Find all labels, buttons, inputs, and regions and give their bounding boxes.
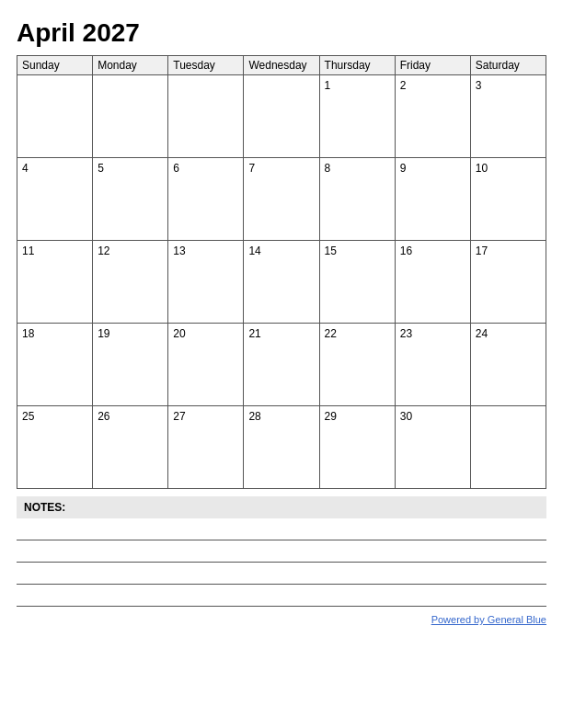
calendar-cell: 12 <box>93 241 168 324</box>
notes-section: NOTES: <box>17 496 546 607</box>
calendar-cell: 7 <box>244 158 319 241</box>
calendar-cell: 21 <box>244 324 319 406</box>
calendar-cell: 16 <box>395 241 470 324</box>
header-saturday: Saturday <box>470 56 546 75</box>
day-number: 2 <box>400 79 407 92</box>
day-number: 22 <box>325 327 337 340</box>
calendar-cell: 10 <box>470 158 546 241</box>
day-number: 11 <box>22 245 34 257</box>
notes-line-3 <box>17 564 546 585</box>
calendar-cell: 9 <box>395 158 470 241</box>
calendar-cell: 22 <box>319 324 395 406</box>
calendar-week-row: 11121314151617 <box>17 241 546 324</box>
header-thursday: Thursday <box>319 56 395 75</box>
notes-line-1 <box>17 520 546 540</box>
header-tuesday: Tuesday <box>168 56 244 75</box>
header-friday: Friday <box>395 56 470 75</box>
day-number: 13 <box>173 245 185 257</box>
powered-by-link[interactable]: Powered by General Blue <box>431 614 546 625</box>
header-monday: Monday <box>93 56 168 75</box>
day-number: 23 <box>400 327 412 340</box>
calendar-cell <box>17 75 93 158</box>
day-number: 20 <box>173 327 185 340</box>
day-number: 19 <box>98 327 109 340</box>
calendar-cell: 5 <box>93 158 168 241</box>
day-number: 16 <box>400 245 412 257</box>
calendar-week-row: 18192021222324 <box>17 324 546 406</box>
day-number: 14 <box>248 245 260 257</box>
calendar-cell <box>93 75 168 158</box>
calendar-cell: 26 <box>93 406 168 489</box>
day-number: 9 <box>400 162 407 175</box>
day-number: 17 <box>476 245 488 257</box>
calendar-cell: 23 <box>395 324 470 406</box>
day-number: 4 <box>22 162 29 175</box>
notes-line-2 <box>17 542 546 563</box>
day-number: 6 <box>173 162 179 175</box>
calendar-cell <box>470 406 546 489</box>
powered-by: Powered by General Blue <box>17 614 546 625</box>
calendar-cell: 15 <box>319 241 395 324</box>
calendar-cell: 25 <box>17 406 93 489</box>
calendar-cell: 13 <box>168 241 244 324</box>
calendar-week-row: 252627282930 <box>17 406 546 489</box>
calendar-cell: 19 <box>93 324 168 406</box>
calendar-cell: 30 <box>395 406 470 489</box>
day-number: 24 <box>476 327 488 340</box>
day-number: 7 <box>248 162 255 175</box>
calendar-cell: 29 <box>319 406 395 489</box>
day-number: 25 <box>22 410 34 423</box>
calendar-cell: 8 <box>319 158 395 241</box>
calendar-cell: 27 <box>168 406 244 489</box>
calendar-header-row: Sunday Monday Tuesday Wednesday Thursday… <box>17 56 546 75</box>
calendar-cell: 14 <box>244 241 319 324</box>
calendar-cell: 18 <box>17 324 93 406</box>
day-number: 29 <box>325 410 337 423</box>
calendar-cell: 4 <box>17 158 93 241</box>
day-number: 10 <box>476 162 488 175</box>
calendar-cell: 2 <box>395 75 470 158</box>
calendar-cell <box>244 75 319 158</box>
calendar-table: Sunday Monday Tuesday Wednesday Thursday… <box>17 55 546 489</box>
calendar-cell: 28 <box>244 406 319 489</box>
calendar-cell: 24 <box>470 324 546 406</box>
day-number: 18 <box>22 327 34 340</box>
calendar-cell: 11 <box>17 241 93 324</box>
day-number: 27 <box>173 410 185 423</box>
calendar-cell: 20 <box>168 324 244 406</box>
calendar-cell: 3 <box>470 75 546 158</box>
day-number: 15 <box>325 245 337 257</box>
header-sunday: Sunday <box>17 56 93 75</box>
notes-line-4 <box>17 586 546 607</box>
notes-label: NOTES: <box>17 496 546 518</box>
day-number: 3 <box>476 79 482 92</box>
calendar-cell: 17 <box>470 241 546 324</box>
calendar-cell <box>168 75 244 158</box>
calendar-cell: 6 <box>168 158 244 241</box>
header-wednesday: Wednesday <box>244 56 319 75</box>
day-number: 8 <box>325 162 331 175</box>
day-number: 12 <box>98 245 109 257</box>
page-title: April 2027 <box>17 18 546 48</box>
calendar-cell: 1 <box>319 75 395 158</box>
day-number: 28 <box>248 410 260 423</box>
day-number: 5 <box>98 162 104 175</box>
calendar-week-row: 45678910 <box>17 158 546 241</box>
calendar-week-row: 123 <box>17 75 546 158</box>
day-number: 26 <box>98 410 109 423</box>
day-number: 1 <box>325 79 331 92</box>
day-number: 30 <box>400 410 412 423</box>
day-number: 21 <box>248 327 260 340</box>
